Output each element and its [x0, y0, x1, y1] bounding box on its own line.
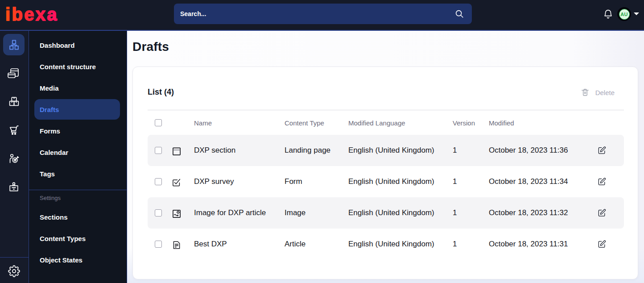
svg-text:ibexa: ibexa	[5, 4, 58, 24]
